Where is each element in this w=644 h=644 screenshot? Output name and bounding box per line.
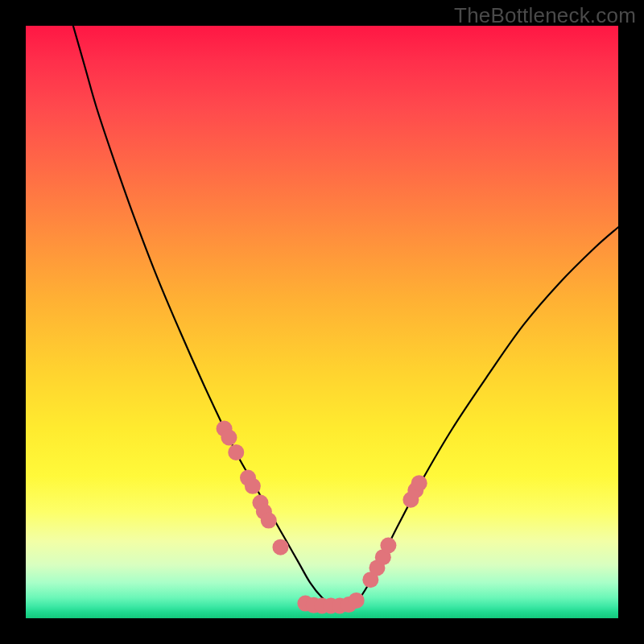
- data-point: [349, 592, 365, 609]
- data-point: [228, 444, 244, 460]
- data-point: [272, 539, 288, 555]
- data-point: [411, 475, 427, 491]
- chart-frame: TheBottleneck.com: [0, 0, 644, 644]
- data-points: [217, 420, 427, 613]
- chart-svg: [26, 26, 618, 618]
- curve-path: [73, 26, 618, 608]
- data-point: [221, 430, 237, 446]
- data-point: [261, 513, 277, 529]
- data-point: [245, 478, 261, 494]
- data-point: [380, 537, 396, 553]
- watermark-text: TheBottleneck.com: [454, 3, 636, 28]
- plot-area: [26, 26, 618, 618]
